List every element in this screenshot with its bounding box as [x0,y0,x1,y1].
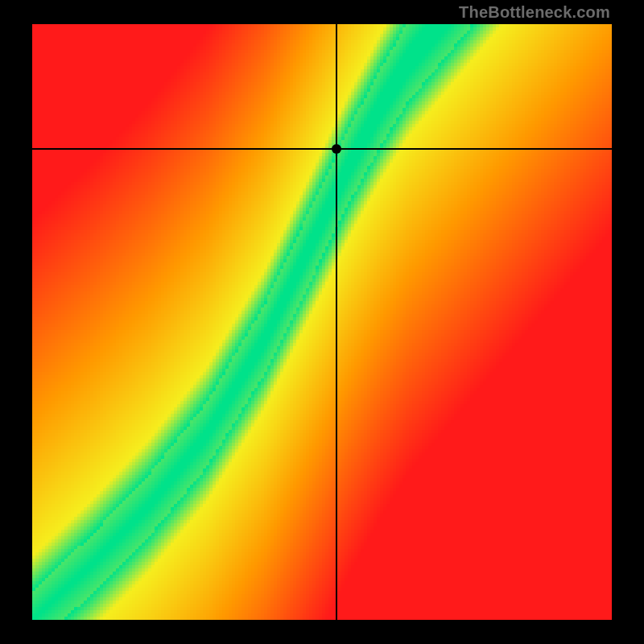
heatmap-canvas [32,24,612,620]
crosshair-vertical [336,24,337,620]
marker-point [332,144,341,154]
heatmap-plot [32,24,612,620]
crosshair-horizontal [32,148,612,150]
chart-frame: TheBottleneck.com [0,0,644,644]
watermark-text: TheBottleneck.com [459,3,610,22]
